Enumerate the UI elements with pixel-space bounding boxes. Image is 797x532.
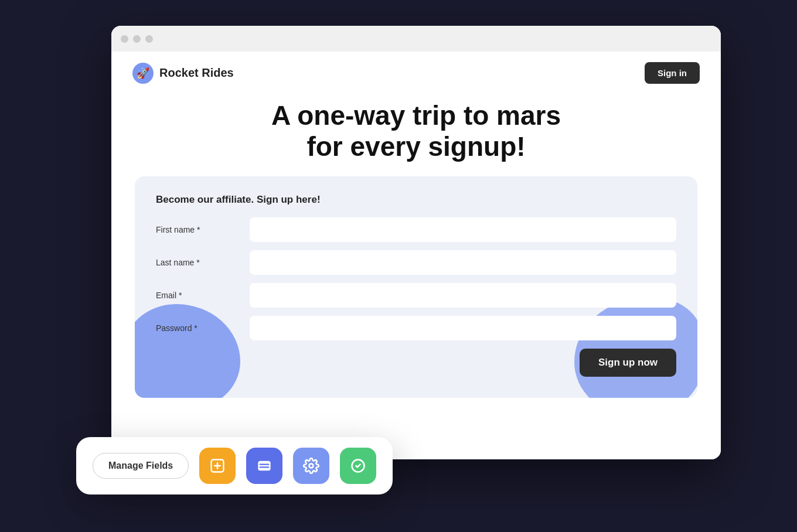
signup-button[interactable]: Sign up now [580, 349, 676, 377]
browser-titlebar [111, 26, 721, 52]
browser-dot-2 [133, 35, 141, 43]
logo-icon: 🚀 [132, 63, 154, 84]
hero-headline: A one-way trip to mars for every signup! [111, 100, 721, 162]
label-lastname: Last name * [156, 258, 238, 267]
label-firstname: First name * [156, 225, 238, 234]
browser-dot-1 [121, 35, 128, 43]
svg-point-7 [309, 464, 314, 468]
form-title: Become our affiliate. Sign up here! [156, 194, 676, 206]
browser-content: 🚀 Rocket Rides Sign in A one-way trip to… [111, 52, 721, 459]
form-inner: Become our affiliate. Sign up here! Firs… [156, 194, 676, 377]
toolbar-card: Manage Fields [76, 437, 393, 495]
browser-window: 🚀 Rocket Rides Sign in A one-way trip to… [111, 26, 721, 459]
add-field-button[interactable] [199, 448, 236, 484]
logo-text: Rocket Rides [159, 66, 234, 80]
settings-button[interactable] [293, 448, 329, 484]
input-password[interactable] [250, 316, 676, 340]
input-email[interactable] [250, 283, 676, 308]
list-button[interactable] [246, 448, 282, 484]
list-icon [256, 458, 273, 474]
input-lastname[interactable] [250, 250, 676, 275]
add-field-icon [209, 458, 226, 474]
form-card: Become our affiliate. Sign up here! Firs… [135, 176, 697, 398]
manage-fields-button[interactable]: Manage Fields [93, 453, 189, 479]
form-row-email: Email * [156, 283, 676, 308]
browser-dot-3 [145, 35, 153, 43]
navbar: 🚀 Rocket Rides Sign in [111, 52, 721, 94]
logo: 🚀 Rocket Rides [132, 63, 234, 84]
form-row-password: Password * [156, 316, 676, 340]
form-row-firstname: First name * [156, 217, 676, 242]
hero-section: A one-way trip to mars for every signup! [111, 94, 721, 176]
sign-in-button[interactable]: Sign in [645, 62, 700, 84]
label-password: Password * [156, 323, 238, 333]
scene: 🚀 Rocket Rides Sign in A one-way trip to… [76, 26, 721, 506]
input-firstname[interactable] [250, 217, 676, 242]
label-email: Email * [156, 291, 238, 300]
form-row-lastname: Last name * [156, 250, 676, 275]
check-button[interactable] [340, 448, 376, 484]
gear-icon [303, 458, 319, 474]
check-circle-icon [350, 458, 366, 474]
